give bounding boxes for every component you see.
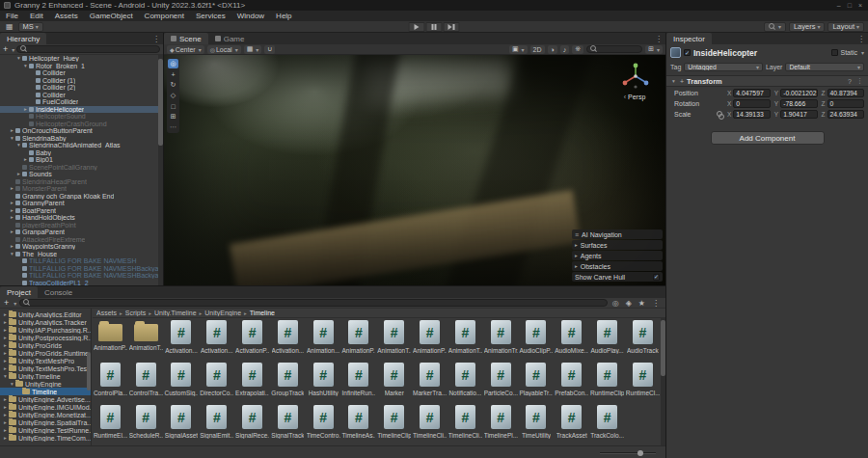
hierarchy-item[interactable]: Collider (1) — [0, 77, 158, 85]
asset-item[interactable]: #AnimationP... — [341, 318, 377, 361]
tab-inspector[interactable]: Inspector — [666, 33, 712, 44]
hierarchy-item[interactable]: ▸Sounds — [0, 171, 158, 178]
foldout-arrow-icon[interactable]: ▸ — [575, 253, 578, 258]
expand-toggle-icon[interactable]: ▸ — [2, 358, 9, 364]
expand-toggle-icon[interactable]: ▾ — [15, 55, 22, 62]
project-tree-item[interactable]: ▸Unity.Postprocessing.R... — [0, 334, 91, 341]
hierarchy-item[interactable]: ▾The_House — [0, 251, 158, 258]
project-tree-item[interactable]: ▸Unity.Analytics.Editor — [0, 310, 91, 318]
panel-menu-icon[interactable]: ⋮ — [152, 35, 160, 43]
carve-hull-checkbox[interactable] — [653, 274, 660, 281]
asset-item[interactable]: #TimeContro... — [306, 403, 341, 445]
tree-scrollbar[interactable] — [87, 309, 91, 445]
hierarchy-item[interactable]: Collider — [0, 92, 158, 99]
menu-file[interactable]: File — [0, 11, 24, 21]
asset-item[interactable]: #MarkerTra... — [412, 361, 448, 403]
snap-magnet-icon[interactable]: ∪ — [264, 45, 275, 54]
expand-toggle-icon[interactable]: ▸ — [2, 404, 9, 410]
move-tool[interactable]: + — [168, 69, 178, 79]
scene-search-input[interactable] — [586, 45, 642, 53]
asset-item[interactable]: #TrackAsset — [554, 403, 589, 445]
static-checkbox[interactable] — [831, 49, 838, 56]
asset-item[interactable]: #ControlTra... — [128, 361, 164, 403]
tab-hierarchy[interactable]: Hierarchy — [0, 33, 46, 44]
breadcrumb-item[interactable]: Unity.Timeline — [154, 310, 197, 316]
expand-toggle-icon[interactable]: ▸ — [2, 342, 9, 348]
grid-visibility-dropdown[interactable]: ▦▾ — [244, 45, 262, 54]
scale-x-field[interactable]: 14.39133 — [733, 110, 770, 119]
hierarchy-item[interactable]: FuelCollider — [0, 98, 158, 106]
expand-toggle-icon[interactable]: ▸ — [2, 319, 9, 325]
hierarchy-item[interactable]: ▸MonsterParent — [0, 185, 158, 193]
expand-toggle-icon[interactable]: ▸ — [22, 106, 29, 113]
slider-thumb[interactable] — [637, 450, 643, 456]
project-tree-item[interactable]: ▸Unity.ProGrids.Runtime — [0, 349, 91, 357]
tab-project[interactable]: Project — [0, 286, 38, 298]
position-z-field[interactable]: 40.87394 — [827, 89, 864, 97]
project-tree-item[interactable]: ▸Unity.TextMeshPro — [0, 357, 91, 364]
project-tree-item[interactable]: ▸UnityEngine.TestRunne... — [0, 426, 91, 434]
step-button[interactable] — [444, 22, 460, 32]
hierarchy-item[interactable]: Granny och Granpa Kloak End — [0, 193, 158, 201]
expand-toggle-icon[interactable]: ▸ — [2, 396, 9, 402]
asset-item[interactable]: AnimationT... — [128, 318, 164, 361]
expand-toggle-icon[interactable]: ▸ — [9, 243, 15, 250]
hierarchy-item[interactable]: ▸WaypointsGranny — [0, 243, 158, 251]
asset-item[interactable]: #ActivationP... — [234, 318, 270, 361]
asset-item[interactable]: #ControlPla... — [93, 361, 128, 403]
breadcrumb-item[interactable]: UnityEngine — [204, 310, 241, 316]
tab-scene[interactable]: Scene — [164, 33, 208, 44]
asset-item[interactable]: #TimelineAs... — [341, 403, 377, 445]
foldout-arrow-icon[interactable]: ▸ — [575, 263, 578, 269]
handle-orientation-dropdown[interactable]: ◎Local▾ — [207, 45, 241, 54]
project-tree-item[interactable]: ▸Unity.Analytics.Tracker — [0, 318, 91, 326]
maximize-button[interactable]: □ — [848, 2, 852, 9]
asset-item[interactable]: #AudioMixe... — [554, 318, 589, 361]
nav-overlay-row[interactable]: ▸Surfaces — [572, 240, 663, 250]
expand-toggle-icon[interactable]: ▸ — [9, 207, 15, 214]
asset-item[interactable]: #Notificatio... — [448, 361, 483, 403]
asset-item[interactable]: #Animation... — [306, 318, 341, 361]
project-tree-item[interactable]: ▸Unity.IAP.Purchasing.R... — [0, 326, 91, 334]
asset-item[interactable]: #SignalTrack — [270, 403, 306, 445]
scrollbar-thumb[interactable] — [158, 59, 163, 146]
expand-toggle-icon[interactable]: ▸ — [2, 419, 9, 425]
project-tree-item[interactable]: Timeline — [0, 388, 91, 395]
hierarchy-item[interactable]: AttackedFireExtreme — [0, 236, 158, 244]
foldout-arrow-icon[interactable]: ▸ — [575, 242, 578, 248]
chevron-down-icon[interactable]: ▾ — [12, 46, 14, 53]
expand-toggle-icon[interactable]: ▸ — [2, 311, 9, 317]
panel-menu-icon[interactable]: ⋮ — [857, 35, 865, 43]
asset-item[interactable]: #DirectorCo... — [199, 361, 234, 403]
orientation-gizmo[interactable] — [619, 61, 652, 94]
expand-toggle-icon[interactable]: ▸ — [9, 127, 15, 134]
asset-item[interactable]: #SignalRece... — [234, 403, 270, 445]
asset-item[interactable]: #CustomSig... — [164, 361, 200, 403]
expand-toggle-icon[interactable]: ▸ — [2, 365, 9, 371]
asset-item[interactable]: #Activation... — [199, 318, 234, 361]
scene-viewport[interactable]: ◎+↻◇□⊞⋯ ‹ Persp ≡AI Navigation ▸Surfaces… — [164, 55, 665, 285]
pause-button[interactable] — [426, 22, 443, 32]
scrollbar-thumb[interactable] — [87, 352, 91, 391]
asset-item[interactable]: #SignalEmit... — [199, 403, 234, 445]
grid-view-icon[interactable]: ▦ — [4, 22, 15, 31]
hierarchy-item[interactable]: HelicopterCrashGround — [0, 121, 158, 128]
hierarchy-item[interactable]: ▾SlendrinaBaby — [0, 135, 158, 143]
asset-item[interactable]: #HashUtility — [306, 361, 341, 403]
panel-menu-icon[interactable]: ⋮ — [650, 299, 662, 308]
project-tree-item[interactable]: ▸UnityEngine.IMGUIMod... — [0, 403, 91, 411]
minimize-button[interactable]: – — [837, 2, 841, 9]
asset-item[interactable]: #ParticleCo... — [483, 361, 519, 403]
breadcrumb-item[interactable]: Scripts — [125, 310, 146, 316]
nav-overlay-row[interactable]: ▸Agents — [572, 251, 663, 260]
expand-toggle-icon[interactable]: ▸ — [2, 350, 9, 356]
asset-item[interactable]: #TimelineCli... — [412, 403, 448, 445]
chevron-down-icon[interactable]: ▾ — [861, 49, 864, 56]
hierarchy-item[interactable]: ▸BoatParent — [0, 207, 158, 215]
hierarchy-item[interactable]: Collider — [0, 69, 158, 77]
asset-item[interactable]: #AnimationP... — [412, 318, 448, 361]
asset-item[interactable]: #TimelinePl... — [483, 403, 519, 445]
project-tree-item[interactable]: ▸Unity.TextMeshPro.Tes... — [0, 364, 91, 372]
project-tree-item[interactable]: ▸UnityEngine.SpatialTra... — [0, 418, 91, 426]
project-tree-item[interactable]: ▸Unity.ProGrids — [0, 341, 91, 349]
